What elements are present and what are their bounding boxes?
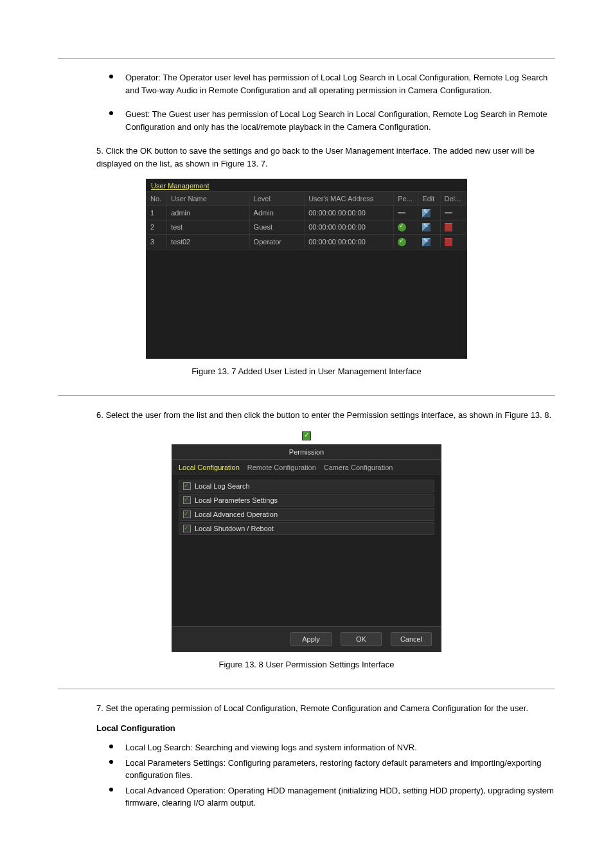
bullet-operator: Operator: The Operator user level has pe…: [109, 71, 555, 96]
perm-item-local-shutdown[interactable]: Local Shutdown / Reboot: [179, 522, 434, 535]
check-icon: [398, 238, 406, 246]
step-5-text: 5. Click the OK button to save the setti…: [96, 145, 555, 170]
edit-icon: [422, 223, 431, 231]
edit-icon: [422, 209, 431, 217]
bullet-local-params: Local Parameters Settings: Configuring p…: [109, 757, 555, 782]
th-user: User Name: [167, 192, 249, 206]
th-edit: Edit: [418, 192, 440, 206]
th-no: No.: [147, 192, 167, 206]
th-mac: User's MAC Address: [305, 192, 394, 206]
permission-window: Permission Local Configuration Remote Co…: [172, 444, 441, 652]
mid-rule-2: [58, 689, 555, 689]
tab-camera-configuration[interactable]: Camera Configuration: [324, 464, 393, 471]
tab-remote-configuration[interactable]: Remote Configuration: [247, 464, 316, 471]
perm-item-local-advanced[interactable]: Local Advanced Operation: [179, 508, 434, 521]
permission-cell[interactable]: [394, 235, 418, 249]
checkbox-icon[interactable]: [183, 525, 191, 532]
apply-button[interactable]: Apply: [290, 632, 332, 646]
bullet-local-log: Local Log Search: Searching and viewing …: [109, 741, 555, 754]
figure1-caption: Figure 13. 7 Added User Listed in User M…: [58, 366, 555, 376]
perm-item-local-log-search[interactable]: Local Log Search: [179, 480, 434, 493]
bullet-local-advanced: Local Advanced Operation: Operating HDD …: [109, 784, 555, 809]
cell-level: Operator: [249, 235, 305, 249]
cancel-button[interactable]: Cancel: [391, 632, 432, 646]
step-7-text: 7. Set the operating permission of Local…: [96, 702, 555, 715]
cell-no: 1: [147, 206, 167, 221]
cell-level: Guest: [249, 220, 305, 235]
local-config-heading: Local Configuration: [96, 723, 555, 733]
dash-icon: [398, 212, 405, 213]
th-permission: Pe...: [394, 192, 418, 206]
cell-no: 3: [147, 235, 167, 249]
um-table: No. User Name Level User's MAC Address P…: [146, 192, 467, 249]
perm-item-label: Local Log Search: [195, 482, 250, 490]
checkbox-icon[interactable]: [183, 511, 191, 518]
perm-item-local-parameters[interactable]: Local Parameters Settings: [179, 494, 434, 507]
th-level: Level: [249, 192, 305, 206]
permission-cell: [394, 206, 418, 221]
dash-icon: [445, 212, 452, 213]
perm-item-label: Local Parameters Settings: [195, 496, 278, 504]
check-icon: [398, 223, 406, 231]
edit-cell[interactable]: [418, 206, 440, 221]
step-6-span: 6. Select the user from the list and the…: [96, 410, 551, 420]
bullets-top: Operator: The Operator user level has pe…: [109, 71, 555, 133]
delete-cell[interactable]: [440, 235, 466, 249]
table-row: 2 test Guest 00:00:00:00:00:00: [147, 220, 467, 235]
top-rule: [58, 58, 555, 59]
checkbox-icon[interactable]: [183, 496, 191, 504]
permission-title: Permission: [172, 445, 441, 460]
th-del: Del...: [440, 192, 466, 206]
edit-cell[interactable]: [418, 220, 440, 235]
ok-button[interactable]: OK: [341, 632, 382, 646]
permission-cell[interactable]: [394, 220, 418, 235]
um-title: User Management: [146, 179, 467, 192]
cell-user: test02: [167, 235, 249, 249]
bullet-guest: Guest: The Guest user has permission of …: [109, 108, 555, 133]
trash-icon: [445, 223, 452, 231]
perm-item-label: Local Shutdown / Reboot: [195, 525, 274, 532]
edit-icon: [422, 238, 431, 246]
permission-body: Local Log Search Local Parameters Settin…: [172, 475, 441, 626]
local-config-bullets: Local Log Search: Searching and viewing …: [109, 741, 555, 809]
trash-icon: [445, 238, 452, 246]
cell-user: test: [167, 220, 249, 235]
permission-footer: Apply OK Cancel: [172, 626, 441, 651]
table-row: 1 admin Admin 00:00:00:00:00:00: [147, 206, 467, 221]
delete-cell: [440, 206, 466, 221]
tab-local-configuration[interactable]: Local Configuration: [179, 464, 240, 471]
edit-cell[interactable]: [418, 235, 440, 249]
figure2-caption: Figure 13. 8 User Permission Settings In…: [58, 660, 555, 669]
step-6-text: 6. Select the user from the list and the…: [96, 409, 555, 422]
cell-user: admin: [167, 206, 249, 221]
checkbox-icon[interactable]: [183, 482, 191, 490]
cell-mac: 00:00:00:00:00:00: [305, 235, 394, 249]
permission-button-icon: [302, 431, 311, 440]
table-row: 3 test02 Operator 00:00:00:00:00:00: [147, 235, 467, 249]
cell-mac: 00:00:00:00:00:00: [305, 220, 394, 235]
cell-level: Admin: [249, 206, 305, 221]
permission-tabs: Local Configuration Remote Configuration…: [172, 460, 441, 475]
perm-item-label: Local Advanced Operation: [195, 511, 278, 518]
delete-cell[interactable]: [440, 220, 466, 235]
mid-rule-1: [58, 395, 555, 396]
user-management-window: User Management No. User Name Level User…: [146, 179, 467, 359]
cell-no: 2: [147, 220, 167, 235]
cell-mac: 00:00:00:00:00:00: [305, 206, 394, 221]
